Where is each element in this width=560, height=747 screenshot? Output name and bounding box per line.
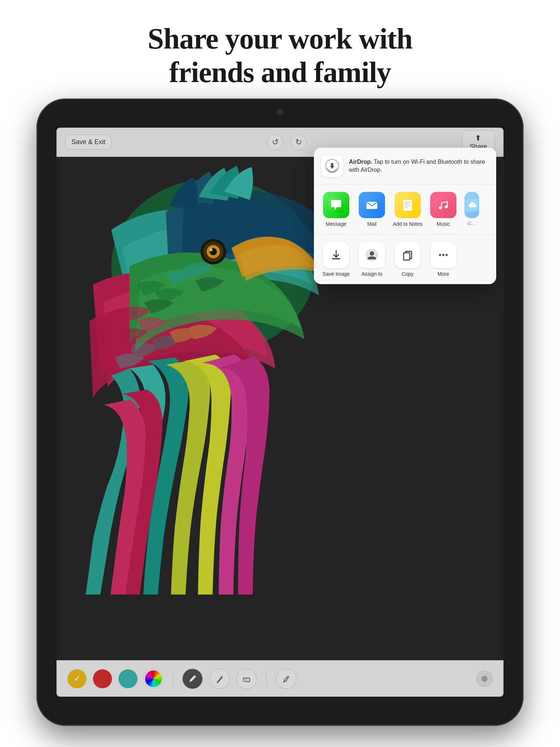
assign-to-action[interactable]: Assign to [355, 242, 388, 277]
copy-action[interactable]: Copy [391, 242, 424, 277]
svg-point-23 [370, 251, 374, 256]
airdrop-icon [321, 155, 343, 177]
share-app-messages[interactable]: Message [320, 192, 353, 227]
page-title: Share your work with friends and family [0, 0, 560, 104]
share-app-icloud[interactable]: iC… [463, 192, 481, 226]
icloud-label: iC… [467, 221, 476, 226]
icloud-icon [464, 192, 479, 218]
svg-point-27 [442, 254, 444, 256]
airdrop-description: AirDrop. Tap to turn on Wi-Fi and Blueto… [349, 158, 489, 174]
svg-rect-13 [404, 202, 411, 202]
assign-to-label: Assign to [361, 271, 382, 277]
airdrop-section: AirDrop. Tap to turn on Wi-Fi and Blueto… [314, 148, 496, 185]
more-label: More [438, 271, 449, 277]
svg-point-26 [439, 254, 441, 256]
assign-to-icon [359, 242, 385, 268]
ipad-camera [277, 109, 283, 115]
copy-icon [394, 242, 421, 268]
notes-label: Add to Notes [393, 221, 423, 227]
notes-icon [394, 192, 421, 218]
save-image-label: Save Image [323, 271, 350, 277]
share-app-music[interactable]: Music [427, 192, 460, 227]
svg-rect-14 [404, 204, 409, 204]
svg-rect-21 [332, 258, 340, 259]
save-image-icon [323, 242, 349, 268]
save-image-action[interactable]: Save Image [320, 242, 353, 277]
svg-point-19 [445, 205, 448, 208]
more-icon [430, 242, 456, 268]
actions-row: Save Image Assign to [314, 235, 496, 284]
svg-rect-15 [404, 205, 410, 206]
svg-rect-17 [435, 197, 451, 213]
music-icon [430, 192, 456, 218]
mail-label: Mail [367, 221, 377, 227]
apps-row: Message Mail [314, 185, 496, 235]
copy-label: Copy [402, 271, 414, 277]
mail-icon [359, 192, 385, 218]
more-action[interactable]: More [427, 242, 460, 277]
ipad-frame: Save & Exit ↺ ↻ ⬆ Share [36, 98, 524, 726]
share-app-notes[interactable]: Add to Notes [391, 192, 424, 227]
messages-label: Message [326, 221, 347, 227]
messages-icon [323, 192, 349, 218]
music-label: Music [437, 221, 450, 227]
ipad-screen: Save & Exit ↺ ↻ ⬆ Share [57, 128, 503, 697]
svg-rect-16 [404, 207, 408, 208]
svg-rect-25 [404, 253, 410, 260]
svg-point-28 [446, 254, 448, 256]
svg-point-18 [439, 206, 442, 209]
share-app-mail[interactable]: Mail [355, 192, 388, 227]
share-sheet: AirDrop. Tap to turn on Wi-Fi and Blueto… [314, 148, 496, 284]
